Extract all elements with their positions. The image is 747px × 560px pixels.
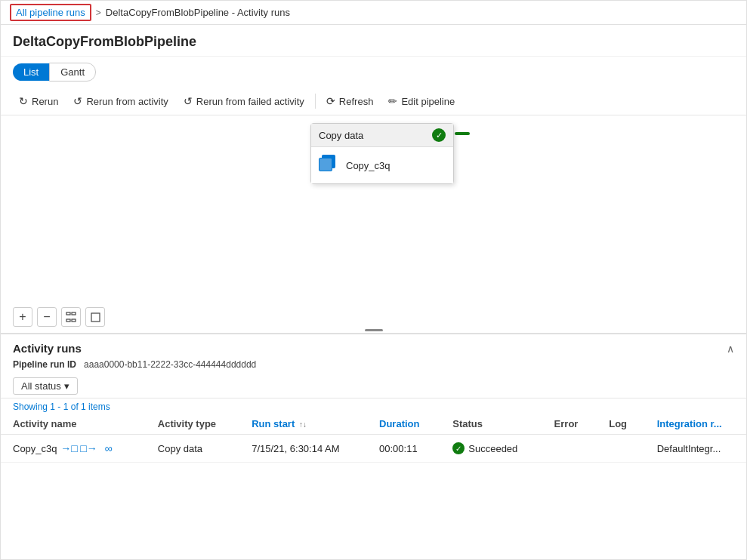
pipeline-run-id-row: Pipeline run ID aaaa0000-bb11-2222-33cc-… [1, 358, 746, 374]
output-action-icon[interactable]: □→ [82, 441, 97, 456]
svg-rect-4 [91, 313, 100, 322]
breadcrumb: All pipeline runs > DeltaCopyFromBlobPip… [1, 1, 746, 25]
fit-icon [66, 312, 76, 322]
activity-name: Copy_c3q [346, 160, 390, 171]
cell-activity-type: Copy data [146, 435, 239, 463]
cell-integration-runtime: DefaultIntegr... [645, 435, 746, 463]
cell-error [542, 435, 597, 463]
col-error: Error [542, 414, 597, 435]
activity-runs-title: Activity runs [13, 342, 82, 355]
breadcrumb-link[interactable]: All pipeline runs [10, 4, 91, 21]
connector-stub [455, 132, 470, 135]
breadcrumb-separator: > [96, 8, 101, 18]
activity-runs-table: Activity name Activity type Run start ↑↓… [1, 414, 746, 463]
rerun-from-failed-icon: ↺ [184, 95, 193, 107]
collapse-handle-bar [365, 329, 383, 331]
sort-icon: ↑↓ [299, 420, 307, 429]
canvas-controls: + − [13, 307, 105, 327]
activity-popup: Copy data ✓ Copy_c3q [310, 123, 454, 184]
col-duration[interactable]: Duration [367, 414, 440, 435]
chevron-down-icon: ▾ [64, 380, 69, 392]
edit-pipeline-label: Edit pipeline [401, 96, 455, 107]
col-activity-name: Activity name [1, 414, 146, 435]
expand-icon [91, 312, 100, 322]
status-filter-row: All status ▾ [1, 374, 746, 398]
edit-icon: ✏ [388, 95, 397, 107]
edit-pipeline-button[interactable]: ✏ Edit pipeline [382, 92, 461, 110]
rerun-from-activity-label: Rerun from activity [86, 96, 168, 107]
col-status: Status [440, 414, 542, 435]
rerun-from-activity-button[interactable]: ↺ Rerun from activity [67, 92, 174, 110]
rerun-icon: ↻ [19, 95, 28, 107]
pipeline-run-id-value: aaaa0000-bb11-2222-33cc-444444dddddd [84, 359, 256, 370]
status-filter-label: All status [21, 380, 61, 392]
col-log: Log [597, 414, 645, 435]
fit-button[interactable] [61, 307, 81, 327]
canvas-area[interactable]: Copy data ✓ Copy_c3q + − [1, 115, 746, 334]
activity-runs-header: Activity runs ∧ [1, 334, 746, 358]
expand-button[interactable] [85, 307, 105, 327]
col-integration-runtime: Integration r... [645, 414, 746, 435]
copy-data-icon [319, 155, 340, 176]
rerun-label: Rerun [32, 96, 58, 107]
page-header: DeltaCopyFromBlobPipeline [1, 25, 746, 57]
tab-gantt[interactable]: Gantt [49, 63, 96, 82]
toolbar-separator [315, 94, 316, 109]
svg-rect-0 [66, 312, 70, 315]
details-action-icon[interactable]: ∞ [101, 441, 116, 456]
rerun-from-failed-button[interactable]: ↺ Rerun from failed activity [177, 92, 310, 110]
collapse-handle[interactable] [363, 327, 385, 333]
col-run-start[interactable]: Run start ↑↓ [239, 414, 367, 435]
svg-rect-1 [72, 312, 76, 315]
rerun-button[interactable]: ↻ Rerun [13, 92, 64, 110]
col-activity-type: Activity type [146, 414, 239, 435]
zoom-in-button[interactable]: + [13, 307, 32, 327]
rerun-from-failed-label: Rerun from failed activity [196, 96, 304, 107]
page-title: DeltaCopyFromBlobPipeline [13, 34, 734, 50]
activity-runs-section: Activity runs ∧ Pipeline run ID aaaa0000… [1, 334, 746, 463]
input-action-icon[interactable]: →□ [62, 441, 77, 456]
cell-status: ✓ Succeeded [440, 435, 542, 463]
breadcrumb-current: DeltaCopyFromBlobPipeline - Activity run… [106, 7, 290, 18]
status-icon: ✓ [452, 442, 465, 454]
cell-run-start: 7/15/21, 6:30:14 AM [239, 435, 367, 463]
activity-popup-title: Copy data [319, 130, 363, 141]
rerun-from-activity-icon: ↺ [73, 95, 82, 107]
refresh-icon: ⟳ [326, 95, 335, 107]
pipeline-run-id-label: Pipeline run ID [13, 359, 76, 370]
count-row: Showing 1 - 1 of 1 items [1, 398, 746, 414]
refresh-button[interactable]: ⟳ Refresh [320, 92, 380, 110]
activity-name-text: Copy_c3q [13, 443, 57, 454]
activity-popup-header: Copy data ✓ [311, 124, 453, 147]
refresh-label: Refresh [339, 96, 374, 107]
activity-popup-body[interactable]: Copy_c3q [311, 147, 453, 183]
zoom-out-button[interactable]: − [37, 307, 57, 327]
table-row: Copy_c3q →□ □→ ∞ Copy data 7/15/21, 6:30… [1, 435, 746, 463]
status-filter-button[interactable]: All status ▾ [13, 377, 78, 395]
collapse-section-button[interactable]: ∧ [727, 343, 734, 355]
tab-switcher: List Gantt [1, 57, 746, 88]
svg-rect-3 [72, 319, 76, 322]
status-text: Succeeded [468, 443, 517, 454]
toolbar: ↻ Rerun ↺ Rerun from activity ↺ Rerun fr… [1, 88, 746, 115]
cell-log [597, 435, 645, 463]
cell-activity-name: Copy_c3q →□ □→ ∞ [1, 435, 146, 463]
tab-list[interactable]: List [13, 63, 49, 81]
svg-rect-2 [66, 319, 70, 322]
activity-status-check: ✓ [432, 128, 446, 142]
cell-duration: 00:00:11 [367, 435, 440, 463]
